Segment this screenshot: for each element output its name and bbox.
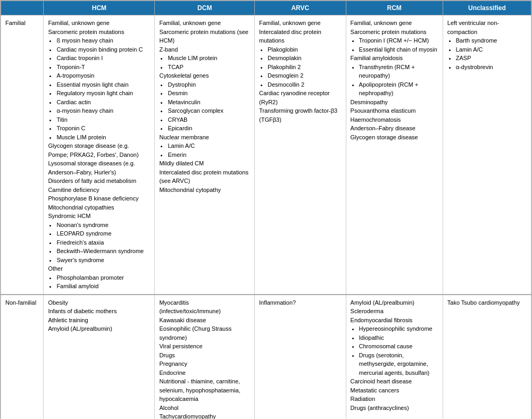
list-item: Regulatory myosin light chain bbox=[56, 89, 150, 98]
cell-text: Phosphorylase B kinase deficiency bbox=[48, 194, 150, 203]
header-unclassified: Unclassified bbox=[443, 1, 531, 15]
cell-text: Glycogen storage disease bbox=[351, 133, 438, 142]
cell-dcm: Myocarditis (infective/toxic/immune)Kawa… bbox=[155, 295, 255, 420]
cell-hcm: ObesityInfants of diabetic mothersAthlet… bbox=[44, 295, 155, 420]
header-dcm: DCM bbox=[155, 1, 255, 15]
list-item: Barth syndrome bbox=[456, 36, 527, 45]
list-item: Friedreich's ataxia bbox=[56, 238, 150, 247]
cell-text: Endocrine bbox=[159, 368, 250, 378]
list-item: Metavinculin bbox=[168, 98, 250, 107]
cell-text: Familial amyloidosis bbox=[351, 54, 438, 63]
cell-text: Glycogen storage disease (e.g. Pompe; PR… bbox=[48, 141, 150, 159]
cell-text: Alcohol bbox=[159, 404, 250, 413]
cell-text: Metastatic cancers bbox=[351, 386, 438, 395]
cell-text: Radiation bbox=[351, 395, 438, 404]
list-item: Desmocollin 2 bbox=[268, 80, 342, 89]
cell-text: Intercalated disc protein mutations bbox=[259, 28, 342, 45]
list-item: Sarcoglycan complex bbox=[168, 106, 250, 115]
list-item: Swyer's syndrome bbox=[56, 256, 150, 265]
list-item: Phospholamban promoter bbox=[56, 273, 150, 282]
cell-text: Drugs bbox=[159, 351, 250, 360]
list-item: Transthyretin (RCM + neuropathy) bbox=[359, 63, 438, 80]
cell-text: Anderson–Fabry disease bbox=[351, 124, 438, 133]
cell-text: Obesity bbox=[48, 298, 150, 307]
cell-unclassified: Tako Tsubo cardiomyopathy bbox=[443, 295, 531, 420]
cell-text: Syndromic HCM bbox=[48, 212, 150, 221]
cell-arvc: Inflammation? bbox=[255, 295, 346, 420]
cell-text: Kawasaki disease bbox=[159, 316, 250, 325]
cell-text: Left ventricular non-compaction bbox=[447, 19, 527, 36]
header-rcm: RCM bbox=[346, 1, 443, 15]
cell-dcm: Familial, unknown geneSarcomeric protein… bbox=[155, 15, 255, 295]
cell-text: Sarcomeric protein mutations bbox=[48, 28, 150, 37]
cell-text: Amyloid (AL/prealbumin) bbox=[48, 324, 150, 333]
cell-text: Familial, unknown gene bbox=[48, 19, 150, 28]
cell-text: Scleroderma bbox=[351, 307, 438, 316]
cell-text: Psouxanthoma elasticum bbox=[351, 106, 438, 115]
cell-arvc: Familial, unknown geneIntercalated disc … bbox=[255, 15, 346, 295]
cell-hcm: Familial, unknown geneSarcomeric protein… bbox=[44, 15, 155, 295]
cell-rcm: Familial, unknown geneSarcomeric protein… bbox=[346, 15, 443, 295]
cell-text: Eosinophilic (Churg Strauss syndrome) bbox=[159, 324, 250, 342]
cell-text: Mitochondrial cytopathies bbox=[48, 203, 150, 212]
cell-text: Familial, unknown gene bbox=[259, 19, 342, 28]
list-item: Epicardin bbox=[168, 124, 250, 133]
cardiomyopathy-table: HCM DCM ARVC RCM Unclassified FamilialFa… bbox=[1, 1, 531, 419]
list-item: Cardiac actin bbox=[56, 98, 150, 107]
list-item: Beckwith–Wiedermann syndrome bbox=[56, 247, 150, 256]
cell-text: Tako Tsubo cardiomyopathy bbox=[447, 298, 527, 307]
list-item: Essential light chain of myosin bbox=[359, 45, 438, 54]
header-arvc: ARVC bbox=[255, 1, 346, 15]
main-table-container: HCM DCM ARVC RCM Unclassified FamilialFa… bbox=[0, 0, 532, 419]
list-item: LEOPARD syndrome bbox=[56, 229, 150, 238]
list-item: Noonan's syndrome bbox=[56, 221, 150, 230]
cell-text: Disorders of fatty acid metabolism bbox=[48, 177, 150, 186]
cell-text: Amyloid (AL/prealbumin) bbox=[351, 298, 438, 307]
cell-text: Intercalated disc protein mutations (see… bbox=[159, 168, 250, 186]
list-item: Idiopathic bbox=[359, 333, 438, 342]
cell-text: Sarcomeric protein mutations bbox=[351, 28, 438, 37]
cell-text: Tachycardiomyopathy bbox=[159, 412, 250, 419]
table-row: FamilialFamilial, unknown geneSarcomeric… bbox=[1, 15, 531, 295]
table-row: Non-familialObesityInfants of diabetic m… bbox=[1, 295, 531, 420]
list-item: Dystrophin bbox=[168, 80, 250, 89]
cell-unclassified: Left ventricular non-compactionBarth syn… bbox=[443, 15, 531, 295]
cell-text: Familial, unknown gene bbox=[159, 19, 250, 28]
cell-text: Sarcomeric protein mutations (see HCM) bbox=[159, 28, 250, 45]
list-item: Drugs (serotonin, methysergide, ergotami… bbox=[359, 351, 438, 378]
header-label bbox=[1, 1, 44, 15]
header-hcm: HCM bbox=[44, 1, 155, 15]
cell-text: Nuclear membrane bbox=[159, 133, 250, 142]
row-label: Familial bbox=[1, 15, 44, 295]
cell-text: Desminopathy bbox=[351, 98, 438, 107]
cell-text: Myocarditis (infective/toxic/immune) bbox=[159, 298, 250, 316]
list-item: CRYAB bbox=[168, 115, 250, 124]
list-item: Cardiac troponin I bbox=[56, 54, 150, 63]
cell-text: Athletic training bbox=[48, 316, 150, 325]
cell-text: Haemochromatosis bbox=[351, 115, 438, 124]
list-item: TCAP bbox=[168, 63, 250, 72]
cell-text: Other bbox=[48, 264, 150, 273]
list-item: Titin bbox=[56, 115, 150, 124]
list-item: Lamin A/C bbox=[168, 141, 250, 150]
cell-text: Cardiac ryanodine receptor (RyR2) bbox=[259, 89, 342, 106]
list-item: Lamin A/C bbox=[456, 45, 527, 54]
cell-text: Carnitine deficiency bbox=[48, 186, 150, 195]
cell-text: Lysosomal storage diseases (e.g. Anderso… bbox=[48, 159, 150, 177]
list-item: Emerin bbox=[168, 150, 250, 160]
cell-text: Endomyocardial fibrosis bbox=[351, 316, 438, 325]
cell-text: Inflammation? bbox=[259, 298, 342, 307]
list-item: Troponin C bbox=[56, 124, 150, 133]
table-header: HCM DCM ARVC RCM Unclassified bbox=[1, 1, 531, 15]
cell-text: Viral persistence bbox=[159, 342, 250, 351]
list-item: α-myosin heavy chain bbox=[56, 106, 150, 115]
cell-text: Cytoskeletal genes bbox=[159, 71, 250, 80]
list-item: A-tropomyosin bbox=[56, 71, 150, 80]
list-item: Essential myosin light chain bbox=[56, 80, 150, 89]
list-item: Muscle LIM protein bbox=[56, 133, 150, 142]
list-item: ZASP bbox=[456, 54, 527, 63]
list-item: Troponin-T bbox=[56, 63, 150, 72]
list-item: Muscle LIM protein bbox=[168, 54, 250, 63]
cell-text: Drugs (anthracyclines) bbox=[351, 404, 438, 413]
list-item: Cardiac myosin binding protein C bbox=[56, 45, 150, 54]
